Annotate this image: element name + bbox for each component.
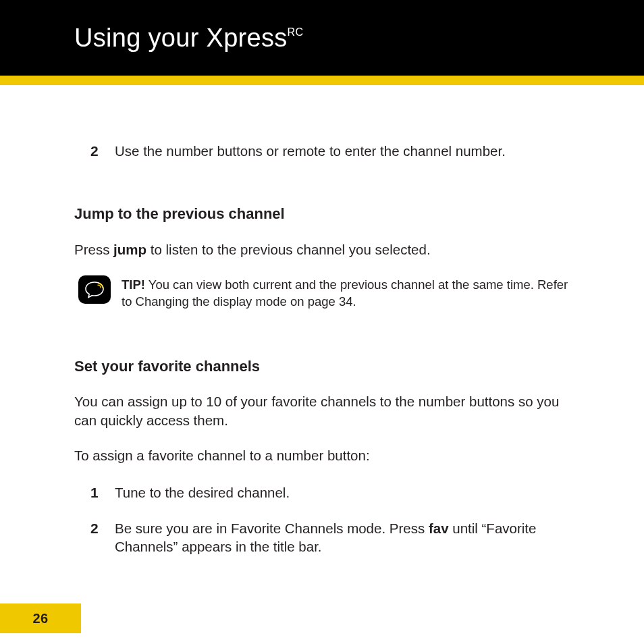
- step-number: 2: [90, 142, 115, 161]
- step-number: 2: [90, 519, 115, 556]
- fav-para-1: You can assign up to 10 of your favorite…: [74, 392, 570, 429]
- header-bar: Using your XpressRC: [0, 0, 644, 76]
- jump-para-pre: Press: [74, 242, 113, 257]
- section-heading-jump: Jump to the previous channel: [74, 204, 570, 224]
- step-number: 1: [90, 483, 115, 502]
- tip-label: TIP!: [122, 277, 145, 292]
- tip-text: TIP! You can view both current and the p…: [122, 275, 570, 311]
- step-text: Tune to the desired channel.: [115, 483, 570, 502]
- step-text: Use the number buttons or remote to ente…: [115, 142, 570, 161]
- tip-speech-icon: [78, 275, 111, 304]
- footer-page-tab: 26: [0, 603, 81, 633]
- step-row: 2 Use the number buttons or remote to en…: [90, 142, 570, 161]
- jump-para-post: to listen to the previous channel you se…: [146, 242, 431, 257]
- fav-para-2: To assign a favorite channel to a number…: [74, 446, 570, 465]
- step-text-bold: fav: [429, 520, 449, 536]
- page-title-main: Using your Xpress: [74, 24, 288, 52]
- page-title-sup: RC: [288, 26, 304, 38]
- step-row: 1 Tune to the desired channel.: [90, 483, 570, 502]
- jump-paragraph: Press jump to listen to the previous cha…: [74, 240, 570, 259]
- fav-steps: 1 Tune to the desired channel. 2 Be sure…: [74, 483, 570, 556]
- page-title: Using your XpressRC: [74, 24, 303, 53]
- content-area: 2 Use the number buttons or remote to en…: [0, 85, 644, 556]
- step-row: 2 Be sure you are in Favorite Channels m…: [90, 519, 570, 556]
- jump-para-bold: jump: [113, 242, 146, 257]
- tip-body: You can view both current and the previo…: [122, 277, 568, 308]
- section-heading-fav: Set your favorite channels: [74, 356, 570, 377]
- step-text-pre: Be sure you are in Favorite Channels mod…: [115, 520, 429, 536]
- page-number: 26: [32, 611, 48, 626]
- tip-row: TIP! You can view both current and the p…: [78, 275, 570, 311]
- step-text: Be sure you are in Favorite Channels mod…: [115, 519, 570, 556]
- header-accent-bar: [0, 76, 644, 85]
